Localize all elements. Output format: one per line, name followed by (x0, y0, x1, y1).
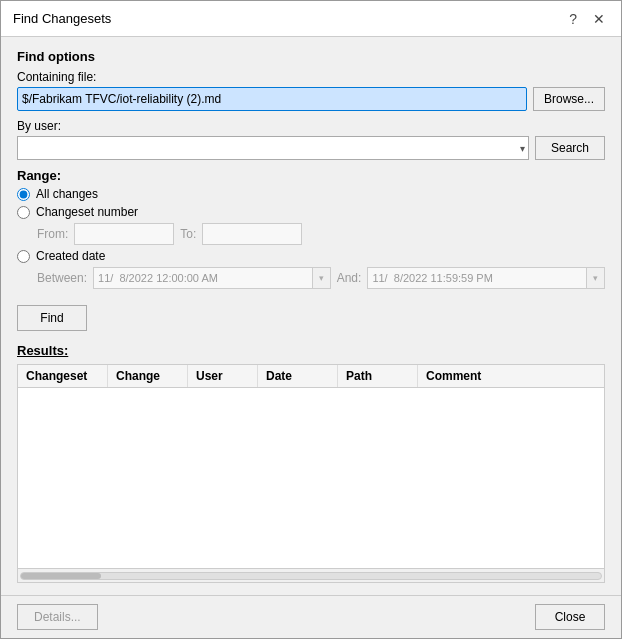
created-date-label: Created date (36, 249, 105, 263)
created-date-radio[interactable] (17, 250, 30, 263)
by-user-label: By user: (17, 119, 605, 133)
date-range-row: Between: ▾ And: ▾ (37, 267, 605, 289)
search-button[interactable]: Search (535, 136, 605, 160)
date-end-picker[interactable]: ▾ (586, 268, 604, 288)
all-changes-row: All changes (17, 187, 605, 201)
results-label: Results: (17, 343, 605, 358)
title-bar-controls: ? ✕ (565, 12, 609, 26)
changeset-from-input[interactable] (74, 223, 174, 245)
by-user-select-wrapper (17, 136, 529, 160)
results-section: Results: Changeset Change User Date Path… (17, 343, 605, 583)
col-user: User (188, 365, 258, 387)
containing-file-row: Browse... (17, 87, 605, 111)
results-body[interactable] (18, 388, 604, 568)
changeset-number-row: Changeset number (17, 205, 605, 219)
scrollbar-track (20, 572, 602, 580)
by-user-row: Search (17, 136, 605, 160)
find-button[interactable]: Find (17, 305, 87, 331)
col-change: Change (108, 365, 188, 387)
find-changesets-dialog: Find Changesets ? ✕ Find options Contain… (0, 0, 622, 639)
containing-file-input[interactable] (17, 87, 527, 111)
dialog-footer: Details... Close (1, 595, 621, 638)
containing-file-label: Containing file: (17, 70, 605, 84)
changeset-number-radio[interactable] (17, 206, 30, 219)
created-date-row: Created date (17, 249, 605, 263)
by-user-select[interactable] (17, 136, 529, 160)
dialog-body: Find options Containing file: Browse... … (1, 37, 621, 595)
browse-button[interactable]: Browse... (533, 87, 605, 111)
date-end-wrapper: ▾ (367, 267, 605, 289)
col-date: Date (258, 365, 338, 387)
range-section: Range: All changes Changeset number From… (17, 168, 605, 293)
dialog-title: Find Changesets (13, 11, 111, 26)
scrollbar-thumb (21, 573, 101, 579)
find-button-row: Find (17, 305, 605, 331)
title-bar: Find Changesets ? ✕ (1, 1, 621, 37)
changeset-range-inputs: From: To: (37, 223, 605, 245)
results-header: Changeset Change User Date Path Comment (18, 365, 604, 388)
col-changeset: Changeset (18, 365, 108, 387)
all-changes-label: All changes (36, 187, 98, 201)
date-end-input[interactable] (368, 270, 586, 286)
details-button[interactable]: Details... (17, 604, 98, 630)
find-options-label: Find options (17, 49, 605, 64)
date-start-input[interactable] (94, 270, 312, 286)
all-changes-radio[interactable] (17, 188, 30, 201)
horizontal-scrollbar[interactable] (18, 568, 604, 582)
help-button[interactable]: ? (565, 12, 581, 26)
date-start-picker[interactable]: ▾ (312, 268, 330, 288)
close-dialog-button[interactable]: Close (535, 604, 605, 630)
col-path: Path (338, 365, 418, 387)
and-label: And: (337, 271, 362, 285)
between-label: Between: (37, 271, 87, 285)
from-label: From: (37, 227, 68, 241)
range-label: Range: (17, 168, 605, 183)
to-label: To: (180, 227, 196, 241)
close-button[interactable]: ✕ (589, 12, 609, 26)
date-start-wrapper: ▾ (93, 267, 331, 289)
changeset-to-input[interactable] (202, 223, 302, 245)
changeset-number-label: Changeset number (36, 205, 138, 219)
results-table: Changeset Change User Date Path Comment (17, 364, 605, 583)
col-comment: Comment (418, 365, 604, 387)
